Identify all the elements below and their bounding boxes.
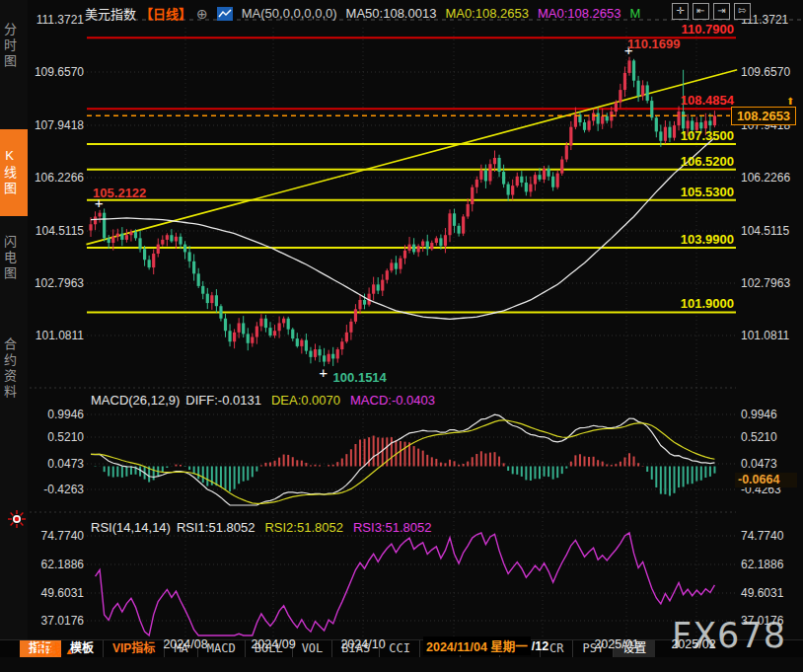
- macd-dea-value: DEA:0.0070: [271, 393, 340, 408]
- price-axis-tick-left: 106.2266: [28, 171, 84, 185]
- x-axis-label: 2024/10: [335, 637, 391, 651]
- price-level-label[interactable]: 103.9900: [28, 232, 734, 247]
- macd-axis-tick-left: 0.0473: [28, 457, 84, 471]
- expand-icon[interactable]: ⊕: [196, 6, 208, 22]
- rsi-axis-tick-right: 37.0176: [741, 614, 802, 628]
- x-axis-label: 2025/01: [589, 637, 644, 651]
- rsi-definition-label: RSI(14,14,14): [91, 520, 171, 535]
- svg-text:+: +: [320, 365, 328, 381]
- price-up-arrow-icon: ⬆: [786, 96, 794, 107]
- current-price-badge[interactable]: 108.2653: [731, 107, 796, 125]
- price-axis-tick-right: 101.0811: [741, 329, 802, 342]
- rsi-axis-tick-left: 37.0176: [28, 614, 84, 628]
- ma0-yellow-value-label: MA0:108.2653: [445, 6, 529, 21]
- rsi-axis-tick-right: 74.7740: [741, 529, 802, 543]
- rsi-axis-tick-left: 62.1886: [28, 558, 84, 571]
- macd-macd-value: MACD:-0.0403: [350, 393, 435, 408]
- price-level-label[interactable]: 110.7900: [28, 22, 734, 37]
- price-level-label[interactable]: 107.3500: [28, 128, 734, 143]
- price-annotation: 110.1699: [627, 37, 681, 51]
- live-indicator-icon: [8, 510, 26, 528]
- period-tag[interactable]: 【日线】: [140, 4, 191, 23]
- period-arrow-icon: ▲: [65, 646, 74, 656]
- rsi-axis-tick-right: 62.1886: [741, 558, 802, 571]
- macd-definition-label: MACD(26,12,9): [91, 393, 180, 408]
- crosshair-date-tooltip: 2024/11/04 星期一 /12: [423, 636, 548, 655]
- price-level-label[interactable]: 106.5200: [28, 154, 734, 169]
- price-level-label[interactable]: 108.4854: [28, 93, 734, 108]
- tooltip-date-label: 2024/11/04 星期一: [423, 636, 531, 655]
- rsi-axis-tick-right: 49.6031: [741, 586, 802, 600]
- price-annotation: 100.1514: [333, 370, 387, 385]
- period-label: 日线: [35, 642, 61, 657]
- shift-right-icon[interactable]: ⇰: [734, 3, 751, 20]
- macd-axis-tick-right: 0.9946: [741, 408, 802, 421]
- chart-application: { "window": {"symbol":"美元指数","period_tag…: [0, 0, 803, 672]
- macd-axis-tick-left: 0.9946: [28, 408, 84, 421]
- ma0-magenta-value-label: MA0:108.2653: [538, 6, 621, 21]
- ma-definition-label: MA(50,0,0,0,0,0): [242, 6, 337, 21]
- price-level-label[interactable]: 101.9000: [28, 296, 734, 311]
- rsi-axis-tick-left: 74.7740: [28, 529, 84, 543]
- zoom-in-axis-icon[interactable]: ⇥: [713, 3, 730, 20]
- rsi-header: RSI(14,14,14) RSI1:51.8052 RSI2:51.8052 …: [91, 520, 431, 535]
- macd-current-value-badge: -0.0664: [735, 473, 797, 487]
- zoom-out-axis-icon[interactable]: ⇤: [693, 3, 709, 20]
- price-axis-tick-left: 101.0811: [28, 329, 84, 342]
- x-axis-label: 2025/02: [666, 637, 721, 651]
- rsi-axis-tick-left: 49.6031: [28, 586, 84, 600]
- x-axis-label: 2024/09: [246, 637, 301, 651]
- covered-month-label: /12: [532, 639, 548, 653]
- price-axis-tick-left: 102.7963: [28, 276, 84, 290]
- chart-toolbar-icons: ✛⇤⇥⇰: [672, 3, 751, 20]
- macd-axis-tick-right: 0.5210: [741, 430, 802, 444]
- macd-diff-value: DIFF:-0.0131: [185, 393, 261, 408]
- macd-header: MACD(26,12,9) DIFF:-0.0131 DEA:0.0070 MA…: [91, 393, 435, 408]
- rsi1-value: RSI1:51.8052: [177, 520, 256, 535]
- chart-header: 美元指数 【日线】 ⊕ MA(50,0,0,0,0,0) MA50:108.00…: [85, 4, 640, 23]
- ma-truncated-label: M: [630, 6, 641, 21]
- x-axis-label: 2024/08: [158, 637, 213, 651]
- macd-axis-tick-left: 0.5210: [28, 430, 84, 444]
- pan-icon[interactable]: ✛: [672, 3, 689, 20]
- price-axis-tick-right: 104.5115: [741, 224, 802, 238]
- price-axis-tick-right: 109.6570: [741, 65, 802, 79]
- price-axis-tick-left: 109.6570: [28, 65, 84, 79]
- period-selector[interactable]: 日线 ▲: [35, 638, 74, 658]
- rsi2-value: RSI2:51.8052: [264, 520, 343, 535]
- chart-type-icon[interactable]: [217, 7, 233, 21]
- price-axis-tick-right: 102.7963: [741, 276, 802, 290]
- ma50-value-label: MA50:108.0013: [346, 6, 437, 21]
- macd-axis-tick-right: 0.0473: [741, 457, 802, 471]
- price-axis-tick-right: 106.2266: [741, 171, 802, 185]
- rsi3-value: RSI3:51.8052: [353, 520, 432, 535]
- symbol-title: 美元指数: [85, 4, 136, 23]
- macd-axis-tick-left: -0.4263: [28, 483, 84, 496]
- price-annotation: 105.2122: [93, 186, 146, 200]
